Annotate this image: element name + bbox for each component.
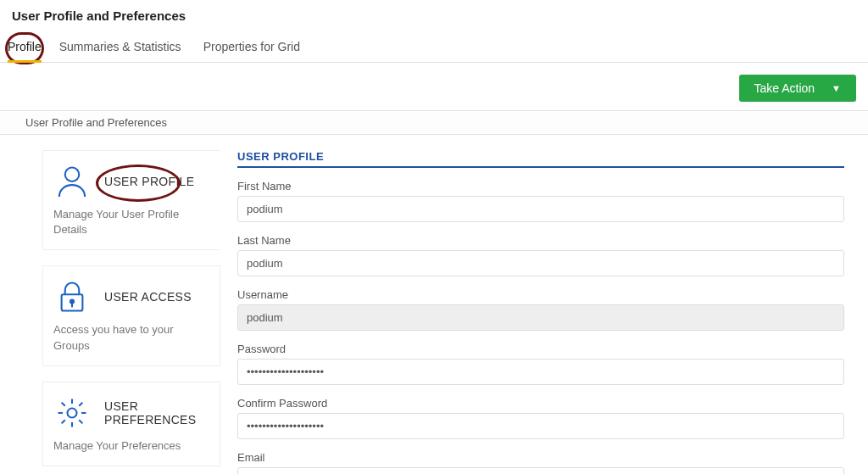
gear-icon <box>53 394 91 432</box>
breadcrumb: User Profile and Preferences <box>0 110 868 135</box>
form-title: USER PROFILE <box>237 150 844 168</box>
tab-properties[interactable]: Properties for Grid <box>203 35 300 62</box>
username-label: Username <box>237 288 844 301</box>
tab-properties-label: Properties for Grid <box>203 40 300 53</box>
tab-profile-label: Profile <box>8 40 42 53</box>
sidebar-item-user-profile[interactable]: USER PROFILE Manage Your User Profile De… <box>42 150 220 250</box>
sidebar-item-title: USER ACCESS <box>104 290 192 304</box>
password-label: Password <box>237 343 844 355</box>
email-field[interactable] <box>237 467 844 474</box>
take-action-button[interactable]: Take Action ▼ <box>739 75 857 102</box>
confirm-password-field[interactable] <box>237 413 844 439</box>
confirm-password-label: Confirm Password <box>237 397 844 410</box>
sidebar-item-title: USER PREFERENCES <box>104 399 209 427</box>
svg-point-2 <box>70 300 74 304</box>
user-icon <box>53 163 91 200</box>
first-name-field[interactable] <box>237 196 844 222</box>
form-area: USER PROFILE First Name Last Name Userna… <box>229 138 868 474</box>
breadcrumb-text: User Profile and Preferences <box>25 116 167 129</box>
last-name-field[interactable] <box>237 250 844 276</box>
sidebar-item-desc: Access you have to your Groups <box>53 322 209 353</box>
top-tabs: Profile Summaries & Statistics Propertie… <box>0 30 868 63</box>
sidebar-item-user-access[interactable]: USER ACCESS Access you have to your Grou… <box>42 265 220 365</box>
first-name-label: First Name <box>237 180 844 192</box>
caret-down-icon: ▼ <box>832 83 841 93</box>
svg-point-4 <box>68 408 77 417</box>
take-action-label: Take Action <box>754 81 815 95</box>
sidebar-item-desc: Manage Your User Profile Details <box>53 207 209 237</box>
tab-summaries-label: Summaries & Statistics <box>59 40 181 53</box>
svg-point-0 <box>65 168 80 182</box>
last-name-label: Last Name <box>237 234 844 247</box>
tab-summaries[interactable]: Summaries & Statistics <box>59 35 181 62</box>
lock-icon <box>53 278 91 315</box>
username-field <box>237 304 844 331</box>
sidebar-item-title: USER PROFILE <box>104 175 194 188</box>
action-row: Take Action ▼ <box>0 63 868 110</box>
page-title: User Profile and Preferences <box>0 0 868 30</box>
email-label: Email <box>237 451 844 464</box>
sidebar-item-desc: Manage Your Preferences <box>53 438 209 454</box>
tab-profile[interactable]: Profile <box>5 32 44 64</box>
password-field[interactable] <box>237 359 844 385</box>
sidebar-item-user-preferences[interactable]: USER PREFERENCES Manage Your Preferences <box>42 382 220 466</box>
sidebar: USER PROFILE Manage Your User Profile De… <box>0 138 229 474</box>
